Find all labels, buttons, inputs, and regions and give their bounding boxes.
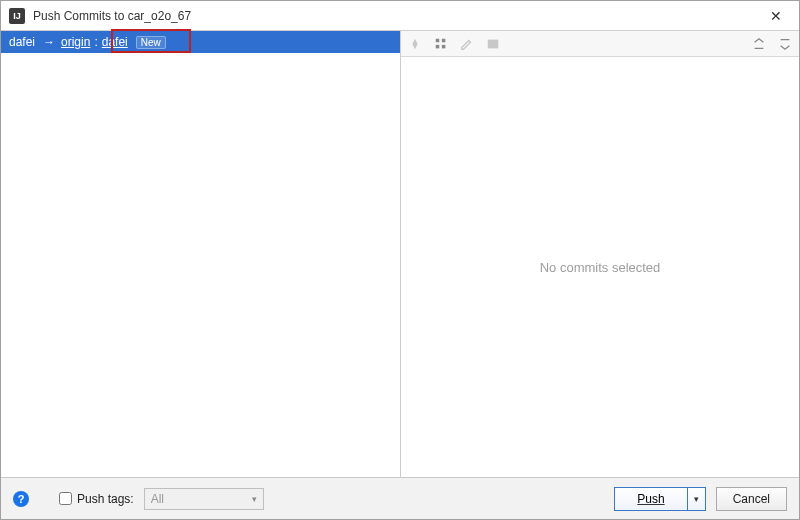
push-dropdown-button[interactable]: ▾ [688, 487, 706, 511]
window-title: Push Commits to car_o2o_67 [33, 9, 761, 23]
svg-rect-1 [442, 38, 446, 42]
new-badge: New [136, 36, 166, 49]
push-tags-input[interactable] [59, 492, 72, 505]
help-icon[interactable]: ? [13, 491, 29, 507]
close-icon[interactable]: ✕ [761, 8, 791, 24]
push-button[interactable]: Push [614, 487, 687, 511]
group-icon[interactable] [433, 36, 449, 52]
arrow-icon: → [43, 35, 55, 49]
app-icon: IJ [9, 8, 25, 24]
remote-link[interactable]: origin [61, 35, 90, 49]
svg-rect-2 [436, 44, 440, 48]
edit-icon[interactable] [459, 36, 475, 52]
push-tags-select-value: All [151, 492, 164, 506]
empty-state-text: No commits selected [540, 260, 661, 275]
target-branch-link[interactable]: dafei [102, 35, 128, 49]
titlebar: IJ Push Commits to car_o2o_67 ✕ [1, 1, 799, 31]
push-button-group: Push ▾ [614, 487, 705, 511]
dialog-footer: ? Push tags: All ▾ Push ▾ Cancel [1, 477, 799, 519]
cancel-button[interactable]: Cancel [716, 487, 787, 511]
content-area: dafei → origin : dafei New [1, 31, 799, 477]
branch-row[interactable]: dafei → origin : dafei New [1, 31, 400, 53]
push-button-label: Push [637, 492, 664, 506]
push-tags-checkbox[interactable]: Push tags: [59, 492, 134, 506]
branch-list-panel: dafei → origin : dafei New [1, 31, 401, 477]
separator: : [94, 35, 97, 49]
commits-panel: No commits selected [401, 31, 799, 477]
cancel-button-label: Cancel [733, 492, 770, 506]
commits-toolbar [401, 31, 799, 57]
cherry-pick-icon[interactable] [407, 36, 423, 52]
chevron-down-icon: ▾ [252, 494, 257, 504]
svg-rect-0 [436, 38, 440, 42]
local-branch-label: dafei [9, 35, 35, 49]
svg-rect-4 [488, 39, 499, 48]
push-tags-select[interactable]: All ▾ [144, 488, 264, 510]
push-dialog: IJ Push Commits to car_o2o_67 ✕ dafei → … [0, 0, 800, 520]
expand-all-icon[interactable] [751, 36, 767, 52]
preview-icon[interactable] [485, 36, 501, 52]
empty-state: No commits selected [401, 57, 799, 477]
push-tags-label: Push tags: [77, 492, 134, 506]
collapse-all-icon[interactable] [777, 36, 793, 52]
svg-rect-3 [442, 44, 446, 48]
